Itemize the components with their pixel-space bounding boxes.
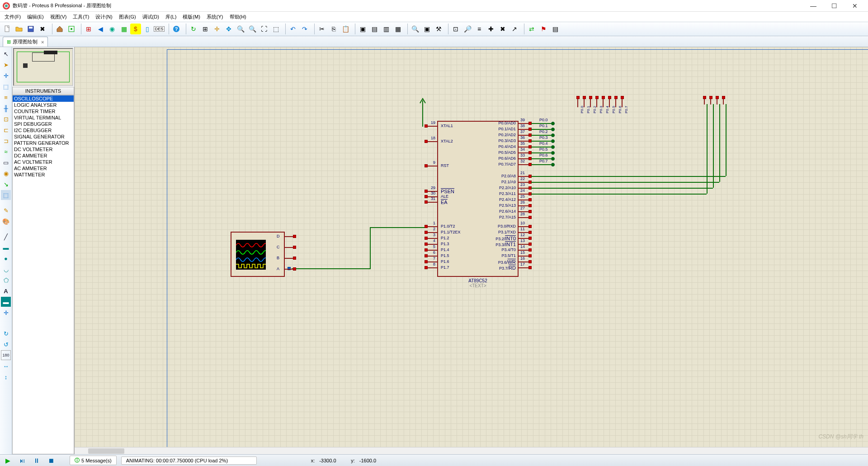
bus-terminal[interactable]: [614, 96, 618, 99]
refresh-button[interactable]: ↻: [188, 24, 199, 34]
bus-terminal[interactable]: [576, 96, 580, 99]
terminal-dot[interactable]: [551, 163, 555, 166]
list-item[interactable]: I2C DEBUGGER: [13, 127, 74, 133]
pin-terminal[interactable]: [528, 266, 532, 269]
scope-pin[interactable]: [293, 246, 296, 249]
scope-pin[interactable]: [293, 235, 296, 238]
minimize-button[interactable]: —: [803, 0, 824, 12]
label-tool[interactable]: ⬚: [1, 81, 11, 91]
menu-f[interactable]: 文件(F): [2, 13, 24, 21]
decompose-button[interactable]: ⚒: [433, 24, 444, 34]
pan-button[interactable]: ✥: [223, 24, 234, 34]
paste-button[interactable]: 📋: [340, 24, 351, 34]
pcb-button[interactable]: ⊞: [83, 24, 94, 34]
3d-button[interactable]: ◀: [95, 24, 106, 34]
rotate-ccw-button[interactable]: ↺: [1, 339, 11, 349]
text-tool[interactable]: ≡: [1, 92, 11, 102]
menu-t[interactable]: 工具(T): [70, 13, 92, 21]
bus-terminal[interactable]: [722, 96, 725, 99]
help-button[interactable]: ?: [171, 24, 182, 34]
menu-n[interactable]: 设计(N): [93, 13, 115, 21]
char-tool[interactable]: A: [1, 286, 11, 296]
zoom-all-button[interactable]: ⛶: [259, 24, 269, 34]
bus-terminal[interactable]: [621, 96, 624, 99]
erc-button[interactable]: ⚑: [538, 24, 549, 34]
block-copy-button[interactable]: ▣: [357, 24, 368, 34]
terminal-dot[interactable]: [551, 151, 555, 155]
code-button[interactable]: ▯: [142, 24, 153, 34]
component-tool[interactable]: ➤: [1, 60, 11, 70]
copy-button[interactable]: ⎘: [328, 24, 339, 34]
block-delete-button[interactable]: ▦: [392, 24, 403, 34]
pin-terminal[interactable]: [425, 164, 428, 167]
grid-button[interactable]: ⊞: [200, 24, 211, 34]
step-button[interactable]: ⏯: [17, 456, 27, 465]
tab-schematic[interactable]: ⊞ 原理图绘制 ×: [3, 37, 48, 47]
list-item[interactable]: WATTMETER: [13, 171, 74, 178]
menu-d[interactable]: 调试(D): [140, 13, 162, 21]
terminal-dot[interactable]: [551, 133, 555, 137]
list-item[interactable]: AC VOLTMETER: [13, 159, 74, 165]
cut-button[interactable]: ✂: [316, 24, 327, 34]
stop-button[interactable]: ⏹: [46, 456, 56, 465]
bus-terminal[interactable]: [583, 96, 586, 99]
list-item[interactable]: DC AMMETER: [13, 152, 74, 159]
bus-terminal[interactable]: [602, 96, 605, 99]
terminal-dot[interactable]: [551, 157, 555, 161]
schematic-canvas[interactable]: AT89C52 <TEXT> 19XTAL118XTAL29RST29PSEN3…: [75, 47, 868, 454]
terminal-dot[interactable]: [551, 122, 555, 125]
schematic-button[interactable]: [66, 24, 77, 34]
list-item[interactable]: LOGIC ANALYSER: [13, 102, 74, 108]
marker-tool[interactable]: ✛: [1, 308, 11, 318]
pause-button[interactable]: ⏸: [32, 456, 42, 465]
undo-button[interactable]: ↶: [288, 24, 298, 34]
pin-tool[interactable]: ⊐: [1, 136, 11, 146]
close-project-button[interactable]: ✖: [37, 24, 48, 34]
rotate-cw-button[interactable]: ↻: [1, 328, 11, 338]
property-button[interactable]: ≡: [474, 24, 485, 34]
homepage-button[interactable]: [54, 24, 65, 34]
list-item[interactable]: OSCILLOSCOPE: [13, 95, 74, 102]
design-button[interactable]: DES: [154, 24, 165, 34]
list-item[interactable]: VIRTUAL TERMINAL: [13, 114, 74, 121]
bus-terminal[interactable]: [595, 96, 599, 99]
angle-button[interactable]: 180: [1, 350, 11, 360]
junction-tool[interactable]: ✛: [1, 71, 11, 81]
menu-v[interactable]: 视图(V): [47, 13, 70, 21]
flip-h-button[interactable]: ↔: [1, 361, 11, 371]
bom-button[interactable]: ▦: [118, 24, 129, 34]
graph-tool[interactable]: ≈: [1, 147, 11, 157]
maximize-button[interactable]: ☐: [824, 0, 844, 12]
palette-tool[interactable]: 🎨: [1, 216, 11, 226]
close-button[interactable]: ✕: [844, 0, 865, 12]
package-button[interactable]: ▣: [421, 24, 432, 34]
path-tool[interactable]: ⬠: [1, 275, 11, 285]
line-tool[interactable]: ╱: [1, 232, 11, 242]
tape-tool[interactable]: ▭: [1, 157, 11, 167]
menu-e[interactable]: 编辑(E): [24, 13, 47, 21]
terminal-dot[interactable]: [551, 139, 555, 143]
menu-y[interactable]: 系统(Y): [204, 13, 226, 21]
wire-autoroute-button[interactable]: ⊡: [450, 24, 461, 34]
bus-tool[interactable]: ╫: [1, 103, 11, 113]
list-item[interactable]: DC VOLTMETER: [13, 146, 74, 152]
menu-m[interactable]: 模版(M): [180, 13, 203, 21]
arc-tool[interactable]: ◡: [1, 264, 11, 274]
bus-terminal[interactable]: [608, 96, 611, 99]
scope-pin[interactable]: [293, 257, 296, 260]
symbol-tool[interactable]: ▬: [1, 297, 11, 307]
search-button[interactable]: 🔎: [462, 24, 473, 34]
new-button[interactable]: [2, 24, 13, 34]
netlist-button[interactable]: ⇄: [526, 24, 537, 34]
terminal-tool[interactable]: ⊏: [1, 125, 11, 135]
flip-v-button[interactable]: ↕: [1, 372, 11, 382]
generator-tool[interactable]: ◉: [1, 168, 11, 178]
tab-close-icon[interactable]: ×: [41, 39, 44, 45]
pin-terminal[interactable]: [425, 266, 428, 269]
save-button[interactable]: [25, 24, 36, 34]
play-button[interactable]: ▶: [3, 456, 13, 465]
rect-tool[interactable]: ▬: [1, 243, 11, 252]
minimap[interactable]: [13, 48, 73, 86]
message-box[interactable]: ⓘ 5 Message(s): [70, 456, 117, 465]
explorer-button[interactable]: $: [130, 24, 141, 34]
